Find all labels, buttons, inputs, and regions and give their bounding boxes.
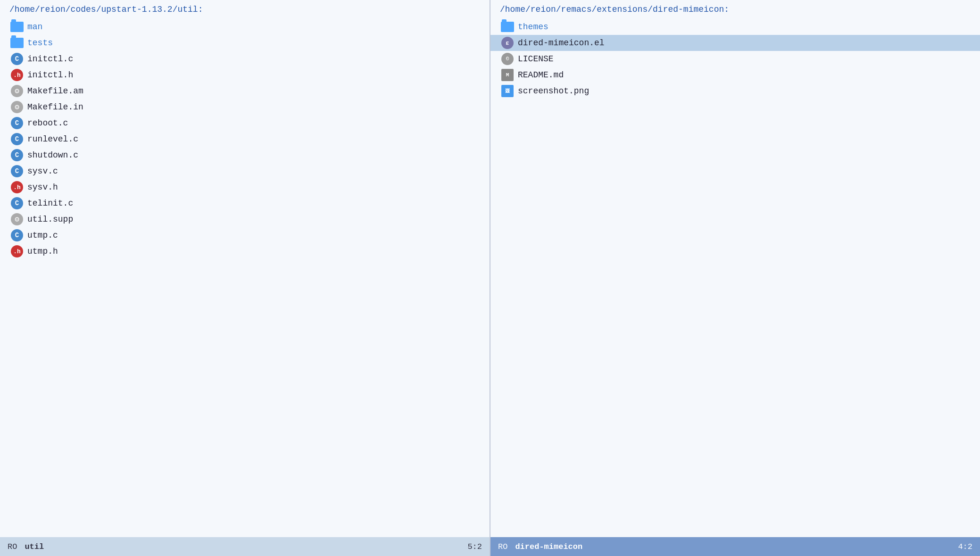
- file-name-label: reboot.c: [27, 118, 68, 128]
- c-file-icon: C: [11, 149, 23, 161]
- list-item[interactable]: Creboot.c: [0, 115, 490, 131]
- list-item[interactable]: MREADME.md: [490, 67, 980, 83]
- folder-icon: [10, 38, 24, 48]
- c-file-icon: C: [11, 229, 23, 241]
- list-item[interactable]: .hinitctl.h: [0, 67, 490, 83]
- list-item[interactable]: Cinitctl.c: [0, 51, 490, 67]
- list-item[interactable]: Cutmp.c: [0, 227, 490, 243]
- file-name-label: LICENSE: [518, 54, 554, 64]
- right-pane: /home/reion/remacs/extensions/dired-mime…: [490, 0, 980, 537]
- folder-icon: [501, 22, 514, 32]
- list-item[interactable]: themes: [490, 19, 980, 35]
- file-name-label: sysv.c: [27, 166, 58, 176]
- list-item[interactable]: .hutmp.h: [0, 243, 490, 259]
- c-file-icon: C: [11, 53, 23, 65]
- right-pane-header: /home/reion/remacs/extensions/dired-mime…: [490, 0, 980, 19]
- list-item[interactable]: 🖼screenshot.png: [490, 83, 980, 99]
- file-name-label: telinit.c: [27, 199, 73, 208]
- gear-icon: ⚙: [11, 85, 23, 97]
- file-name-label: Makefile.am: [27, 86, 83, 96]
- folder-icon: [10, 22, 24, 32]
- file-name-label: screenshot.png: [518, 86, 589, 96]
- right-file-list: themesεdired-mimeicon.el©LICENSEMREADME.…: [490, 19, 980, 99]
- file-name-label: runlevel.c: [27, 134, 78, 144]
- gear-icon: ⚙: [11, 101, 23, 113]
- file-name-label: themes: [518, 22, 548, 32]
- left-status-pane: RO util 5:2: [0, 537, 490, 556]
- left-file-list: mantestsCinitctl.c.hinitctl.h⚙Makefile.a…: [0, 19, 490, 259]
- right-status-pane: RO dired-mimeicon 4:2: [490, 537, 980, 556]
- status-bar: RO util 5:2 RO dired-mimeicon 4:2: [0, 537, 980, 556]
- file-name-label: initctl.h: [27, 70, 73, 80]
- c-file-icon: C: [11, 197, 23, 209]
- file-name-label: util.supp: [27, 215, 73, 224]
- file-name-label: sysv.h: [27, 183, 58, 192]
- h-file-icon: .h: [11, 245, 23, 257]
- file-name-label: README.md: [518, 70, 564, 80]
- list-item[interactable]: tests: [0, 35, 490, 51]
- license-icon: ©: [501, 53, 514, 65]
- file-name-label: initctl.c: [27, 54, 73, 64]
- md-file-icon: M: [501, 69, 514, 81]
- h-file-icon: .h: [11, 69, 23, 81]
- list-item[interactable]: Crunlevel.c: [0, 131, 490, 147]
- main-content: /home/reion/codes/upstart-1.13.2/util: m…: [0, 0, 980, 537]
- file-name-label: dired-mimeicon.el: [518, 38, 605, 48]
- file-name-label: tests: [27, 38, 53, 48]
- gear-icon: ⚙: [11, 213, 23, 225]
- c-file-icon: C: [11, 117, 23, 129]
- emacs-icon: ε: [501, 37, 514, 49]
- right-status-name: dired-mimeicon: [515, 542, 582, 551]
- list-item[interactable]: man: [0, 19, 490, 35]
- left-status-pos: 5:2: [467, 542, 482, 551]
- c-file-icon: C: [11, 165, 23, 177]
- png-file-icon: 🖼: [501, 85, 514, 97]
- right-status-ro: RO: [498, 542, 507, 551]
- list-item[interactable]: ©LICENSE: [490, 51, 980, 67]
- left-status-ro: RO: [8, 542, 17, 551]
- file-name-label: man: [27, 22, 42, 32]
- list-item[interactable]: ⚙util.supp: [0, 211, 490, 227]
- file-name-label: Makefile.in: [27, 102, 83, 112]
- list-item[interactable]: Ctelinit.c: [0, 195, 490, 211]
- left-status-name: util: [25, 542, 44, 551]
- left-pane-header: /home/reion/codes/upstart-1.13.2/util:: [0, 0, 490, 19]
- list-item[interactable]: ⚙Makefile.in: [0, 99, 490, 115]
- list-item[interactable]: ⚙Makefile.am: [0, 83, 490, 99]
- left-pane: /home/reion/codes/upstart-1.13.2/util: m…: [0, 0, 490, 537]
- list-item[interactable]: Csysv.c: [0, 163, 490, 179]
- list-item[interactable]: .hsysv.h: [0, 179, 490, 195]
- file-name-label: shutdown.c: [27, 150, 78, 160]
- file-name-label: utmp.c: [27, 231, 58, 240]
- list-item[interactable]: εdired-mimeicon.el: [490, 35, 980, 51]
- h-file-icon: .h: [11, 181, 23, 193]
- right-status-pos: 4:2: [958, 542, 972, 551]
- file-name-label: utmp.h: [27, 247, 58, 256]
- list-item[interactable]: Cshutdown.c: [0, 147, 490, 163]
- c-file-icon: C: [11, 133, 23, 145]
